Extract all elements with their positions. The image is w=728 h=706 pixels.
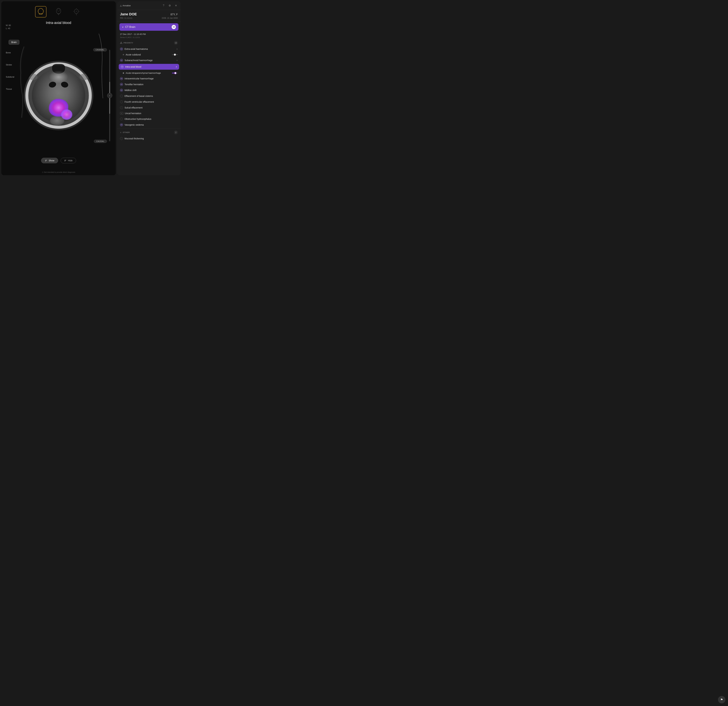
svg-rect-21 bbox=[64, 161, 65, 161]
finding-name-extra-axial: Extra-axial haematoma bbox=[124, 48, 175, 50]
help-button[interactable]: ? bbox=[162, 4, 166, 7]
chevron-intra-axial: ∧ bbox=[176, 66, 177, 68]
patient-info: Jane DOE 87Y, F PID: 11.11111 DOB: 10 Ja… bbox=[117, 10, 181, 22]
wl-l: L: 40 bbox=[6, 27, 11, 30]
scan-date: 27 Dec 2017 - 11:10:45 PM bbox=[117, 31, 181, 36]
finding-intra-axial[interactable]: Intra-axial blood ∧ bbox=[119, 64, 179, 70]
finding-mucosal[interactable]: ‹ Mucosal thickening bbox=[117, 135, 181, 141]
scroll-back-arrow[interactable]: ‹ bbox=[107, 93, 112, 98]
svg-point-10 bbox=[74, 9, 78, 14]
close-button[interactable]: ✕ bbox=[174, 4, 178, 7]
wl-w: W: 80 bbox=[6, 24, 11, 27]
intraparenchymal-slider[interactable] bbox=[172, 73, 178, 73]
svg-point-28 bbox=[121, 78, 122, 79]
lt-icon-mucosal: ‹ bbox=[120, 137, 123, 140]
svg-point-25 bbox=[121, 49, 122, 49]
finding-fourth-ventricular[interactable]: ‹ Fourth ventricular effacement bbox=[117, 99, 181, 105]
head-scan-icon-1 bbox=[37, 8, 45, 16]
finding-name-acute-intraparenchymal: Acute intraparenchymal haemorrhage bbox=[126, 72, 170, 74]
lt-icon-effacement: ‹ bbox=[120, 95, 123, 98]
lt-icon-fourth: ‹ bbox=[120, 100, 123, 103]
eye-svg-5 bbox=[120, 84, 123, 85]
head-scan-icon-3 bbox=[72, 8, 80, 16]
patient-age-gender: 87Y, F bbox=[170, 13, 178, 16]
svg-rect-18 bbox=[45, 161, 46, 161]
eye-svg-4 bbox=[120, 78, 123, 79]
ct-brain-badge: 15 bbox=[172, 25, 176, 29]
finding-effacement-basal[interactable]: ‹ Effacement of basal cisterns bbox=[117, 93, 181, 99]
finding-acute-intraparenchymal[interactable]: Acute intraparenchymal haemorrhage bbox=[117, 70, 181, 76]
finding-name-tonsillar: Tonsillar herniation bbox=[124, 83, 178, 86]
viewer-area: CRANIAL CAUDAL bbox=[1, 30, 116, 161]
priority-warning-icon bbox=[120, 42, 122, 44]
right-panel: △ Annalise ? ⚙ ✕ Jane DOE 87Y, F PID: 11… bbox=[117, 1, 181, 175]
other-section-header: ∨ OTHER 2 bbox=[117, 129, 181, 135]
chevron-extra-axial: ∧ bbox=[176, 48, 178, 50]
findings-list: Extra-axial haematoma ∧ Acute subdural bbox=[117, 46, 181, 175]
dot-icon-2 bbox=[123, 72, 124, 74]
slider-track-purple[interactable] bbox=[172, 73, 178, 73]
finding-subarachnoid[interactable]: Subarachnoid haemorrhage ∨ bbox=[117, 58, 181, 63]
lt-icon-sulcal: ‹ bbox=[120, 106, 123, 109]
eye-icon-vasogenic bbox=[120, 123, 123, 126]
left-viewer-panel: Intra-axial blood W: 80 L: 40 Brain Bone… bbox=[1, 1, 116, 175]
eye-icon-subarachnoid bbox=[120, 59, 123, 62]
svg-rect-19 bbox=[64, 160, 66, 160]
priority-section-header: PRIORITY 13 bbox=[117, 40, 181, 46]
scan-thumb-1[interactable] bbox=[35, 6, 46, 17]
finding-name-effacement-basal: Effacement of basal cisterns bbox=[124, 95, 178, 97]
show-button[interactable]: Show bbox=[41, 158, 58, 163]
eye-svg bbox=[120, 48, 123, 50]
priority-badge: 13 bbox=[174, 41, 178, 45]
body-curve-right bbox=[98, 30, 106, 108]
eye-svg-2 bbox=[120, 60, 123, 61]
finding-intraventricular[interactable]: Intraventricular haemorrhage bbox=[117, 76, 181, 82]
finding-obstructive[interactable]: ‹ Obstructive hydrocephalus bbox=[117, 116, 181, 122]
scan-thumb-2[interactable] bbox=[53, 6, 64, 17]
wl-info: W: 80 L: 40 bbox=[6, 24, 11, 30]
finding-uncal[interactable]: R Uncal herniation bbox=[117, 111, 181, 116]
finding-name-intra-axial: Intra-axial blood bbox=[125, 65, 174, 68]
finding-sulcal[interactable]: ‹ Sulcal effacement bbox=[117, 105, 181, 111]
scan-title: Intra-axial blood bbox=[46, 21, 71, 25]
patient-pid: PID: 11.11111 bbox=[120, 17, 133, 19]
settings-button[interactable]: ⚙ bbox=[168, 4, 172, 7]
scan-thumb-3[interactable] bbox=[71, 6, 82, 17]
svg-point-27 bbox=[122, 66, 122, 67]
finding-vasogenic[interactable]: Vasogenic oedema bbox=[117, 122, 181, 128]
svg-rect-16 bbox=[45, 160, 47, 160]
finding-name-acute-subdural: Acute subdural bbox=[126, 53, 170, 56]
finding-midline[interactable]: Midline shift bbox=[117, 87, 181, 93]
other-label: OTHER bbox=[123, 131, 173, 133]
finding-name-midline: Midline shift bbox=[124, 89, 178, 92]
eye-icon-intraventricular bbox=[120, 77, 123, 80]
show-icon bbox=[45, 159, 48, 162]
ct-brain-row[interactable]: ∨ CT Brain 15 bbox=[119, 23, 178, 31]
acute-subdural-slider[interactable] bbox=[172, 54, 178, 55]
show-label: Show bbox=[49, 159, 54, 162]
finding-acute-subdural[interactable]: Acute subdural bbox=[117, 52, 181, 58]
slider-handle-purple[interactable] bbox=[174, 72, 176, 74]
finding-name-vasogenic: Vasogenic oedema bbox=[124, 124, 178, 126]
finding-tonsillar[interactable]: Tonsillar herniation bbox=[117, 82, 181, 87]
finding-name-intraventricular: Intraventricular haemorrhage bbox=[124, 77, 178, 80]
caudal-label: CAUDAL bbox=[94, 140, 107, 143]
slider-handle-gray[interactable] bbox=[174, 53, 176, 56]
hide-label: Hide bbox=[68, 159, 73, 162]
finding-extra-axial[interactable]: Extra-axial haematoma ∧ bbox=[117, 46, 181, 52]
svg-point-26 bbox=[121, 60, 122, 61]
other-chevron: ∨ bbox=[120, 131, 121, 134]
patient-dob: DOB: 10 Jan 0000 bbox=[162, 17, 178, 19]
slider-track-gray[interactable] bbox=[172, 54, 178, 55]
hemorrhage-overlay-2 bbox=[61, 109, 72, 120]
brain-button[interactable]: Brain bbox=[9, 40, 19, 45]
eye-icon-tonsillar bbox=[120, 83, 123, 86]
scan-selector bbox=[35, 1, 82, 21]
svg-point-30 bbox=[121, 90, 122, 91]
ct-brain-label: CT Brain bbox=[125, 26, 170, 29]
hide-button[interactable]: Hide bbox=[61, 158, 76, 163]
head-scan-icon-2 bbox=[55, 8, 63, 16]
svg-point-0 bbox=[38, 9, 43, 14]
other-badge: 2 bbox=[174, 130, 178, 134]
finding-name-uncal: Uncal herniation bbox=[125, 112, 178, 115]
